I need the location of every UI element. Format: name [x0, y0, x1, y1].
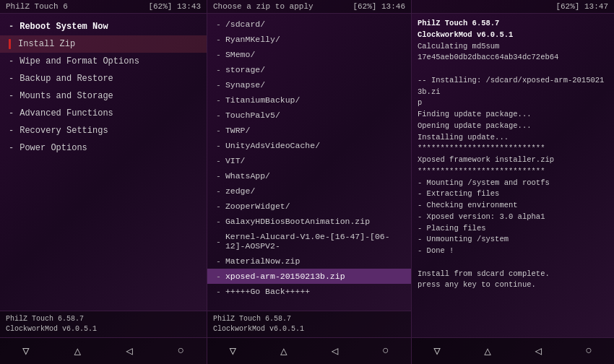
file-item[interactable]: -TWRP/ [207, 123, 411, 138]
file-list: -/sdcard/ -RyanMKelly/ -SMemo/ -storage/… [207, 14, 411, 311]
file-item[interactable]: -SMemo/ [207, 47, 411, 62]
menu-item-label: Install Zip [18, 39, 75, 49]
menu-item-advanced[interactable]: - Advanced Functions [0, 105, 207, 122]
log-line: - Xposed version: 3.0 alpha1 [418, 212, 608, 223]
dash-icon: - [216, 186, 221, 196]
dash-icon: - [9, 22, 14, 32]
log-line: Finding update package... [418, 109, 608, 121]
dash-icon: - [9, 91, 14, 101]
file-item[interactable]: -MaterialNow.zip [207, 254, 411, 269]
file-item[interactable]: -zedge/ [207, 183, 411, 199]
nav-home-btn[interactable]: △ [478, 342, 497, 360]
log-line: Xposed framework installer.zip [418, 155, 608, 166]
file-name: ZooperWidget/ [225, 202, 290, 211]
left-header: PhilZ Touch 6 [62%] 13:43 [0, 0, 207, 14]
file-item[interactable]: -ZooperWidget/ [207, 199, 411, 214]
middle-header: Choose a zip to apply [62%] 13:46 [207, 0, 411, 14]
log-line: press any key to continue. [418, 280, 608, 291]
nav-circle-btn[interactable]: ○ [171, 343, 190, 359]
middle-footer: PhilZ Touch 6.58.7 ClockworkMod v6.0.5.1 [207, 311, 411, 337]
menu-item-recovery[interactable]: - Recovery Settings [0, 122, 207, 139]
file-item[interactable]: -GalaxyHDBiosBootAnimation.zip [207, 214, 411, 229]
menu-item-reboot[interactable]: - Reboot System Now [0, 18, 207, 35]
file-item[interactable]: -TitaniumBackup/ [207, 92, 411, 108]
menu-item-label: Backup and Restore [20, 74, 113, 84]
nav-circle-btn[interactable]: ○ [579, 343, 598, 359]
log-line: - Mounting /system and rootfs [418, 178, 608, 189]
dash-icon: - [216, 20, 221, 29]
middle-footer-line1: PhilZ Touch 6.58.7 [213, 314, 405, 324]
menu-item-install-zip[interactable]: Install Zip [0, 35, 207, 53]
file-name: zedge/ [225, 186, 255, 196]
menu-item-label: Recovery Settings [20, 126, 108, 136]
left-footer: PhilZ Touch 6.58.7 ClockworkMod v6.0.5.1 [0, 311, 207, 337]
dash-icon: - [216, 202, 221, 211]
dash-icon: - [216, 95, 221, 105]
file-name: WhatsApp/ [225, 171, 270, 181]
file-name: /sdcard/ [225, 20, 265, 29]
file-item[interactable]: -WhatsApp/ [207, 168, 411, 183]
file-item[interactable]: -/sdcard/ [207, 17, 411, 32]
file-item[interactable]: -Kernel-Alucard-V1.0e-[16-47]-[06-12]-AO… [207, 229, 411, 254]
panel-left: PhilZ Touch 6 [62%] 13:43 - Reboot Syste… [0, 0, 207, 364]
left-footer-line2: ClockworkMod v6.0.5.1 [6, 324, 201, 334]
log-line: PhilZ Touch 6.58.7 [418, 18, 608, 30]
dash-icon: - [9, 143, 14, 153]
right-header: [62%] 13:47 [412, 0, 614, 14]
nav-recent-btn[interactable]: ◁ [120, 342, 139, 360]
menu-item-mounts[interactable]: - Mounts and Storage [0, 87, 207, 105]
nav-back-btn[interactable]: ▽ [17, 342, 35, 360]
file-item[interactable]: -RyanMKelly/ [207, 32, 411, 47]
nav-back-btn[interactable]: ▽ [428, 342, 446, 360]
menu-item-label: Reboot System Now [20, 22, 108, 32]
panel-right: [62%] 13:47 PhilZ Touch 6.58.7 Clockwork… [412, 0, 614, 364]
left-header-info: [62%] 13:43 [148, 2, 201, 11]
file-name: UnityAdsVideoCache/ [225, 141, 320, 150]
screen-container: PhilZ Touch 6 [62%] 13:43 - Reboot Syste… [0, 0, 614, 364]
nav-home-btn[interactable]: △ [68, 342, 87, 360]
log-line: Calculating md5sum [418, 41, 608, 53]
dash-icon: - [216, 156, 221, 165]
dash-icon: - [216, 171, 221, 181]
menu-item-backup[interactable]: - Backup and Restore [0, 70, 207, 87]
middle-footer-line2: ClockworkMod v6.0.5.1 [213, 324, 405, 334]
nav-home-btn[interactable]: △ [274, 342, 293, 360]
log-line: 17e45aeb0db2dbacc64ab34dc72eb64 [418, 52, 608, 64]
dash-icon: - [216, 287, 221, 296]
log-line: Installing update... [418, 132, 608, 144]
nav-back-btn[interactable]: ▽ [223, 342, 242, 360]
file-item-selected[interactable]: -xposed-arm-20150213b.zip [207, 269, 411, 284]
file-item[interactable]: -TouchPalv5/ [207, 108, 411, 123]
file-name: xposed-arm-20150213b.zip [225, 272, 345, 281]
nav-circle-btn[interactable]: ○ [376, 343, 395, 359]
middle-nav-bar: ▽ △ ◁ ○ [207, 337, 411, 364]
file-item[interactable]: -storage/ [207, 62, 411, 77]
log-line: Install from sdcard complete. [418, 269, 608, 280]
nav-recent-btn[interactable]: ◁ [325, 342, 344, 360]
file-name: GalaxyHDBiosBootAnimation.zip [225, 217, 370, 226]
menu-item-wipe[interactable]: - Wipe and Format Options [0, 53, 207, 70]
left-header-title: PhilZ Touch 6 [6, 2, 68, 11]
file-name: RyanMKelly/ [225, 35, 280, 44]
dash-icon: - [9, 74, 14, 84]
file-name: Kernel-Alucard-V1.0e-[16-47]-[06-12]-AOS… [225, 232, 402, 251]
log-line: - Unmounting /system [418, 234, 608, 246]
log-area: PhilZ Touch 6.58.7 ClockworkMod v6.0.5.1… [412, 14, 614, 337]
file-item-back[interactable]: -+++++Go Back+++++ [207, 284, 411, 299]
log-line: Opening update package... [418, 121, 608, 132]
file-item[interactable]: -Synapse/ [207, 77, 411, 92]
dash-icon: - [216, 256, 221, 266]
log-line: - Checking environment [418, 200, 608, 212]
file-item[interactable]: -UnityAdsVideoCache/ [207, 138, 411, 153]
log-line [418, 257, 608, 269]
file-name: TitaniumBackup/ [225, 95, 300, 105]
log-line: **************************** [418, 166, 608, 178]
log-line: p [418, 98, 608, 109]
file-item[interactable]: -VIT/ [207, 153, 411, 168]
nav-recent-btn[interactable]: ◁ [529, 342, 548, 360]
log-line: - Extracting files [418, 188, 608, 200]
middle-header-info: [62%] 13:46 [353, 2, 405, 11]
menu-item-power[interactable]: - Power Options [0, 139, 207, 157]
dash-icon: - [216, 65, 221, 74]
panel-middle: Choose a zip to apply [62%] 13:46 -/sdca… [207, 0, 412, 364]
